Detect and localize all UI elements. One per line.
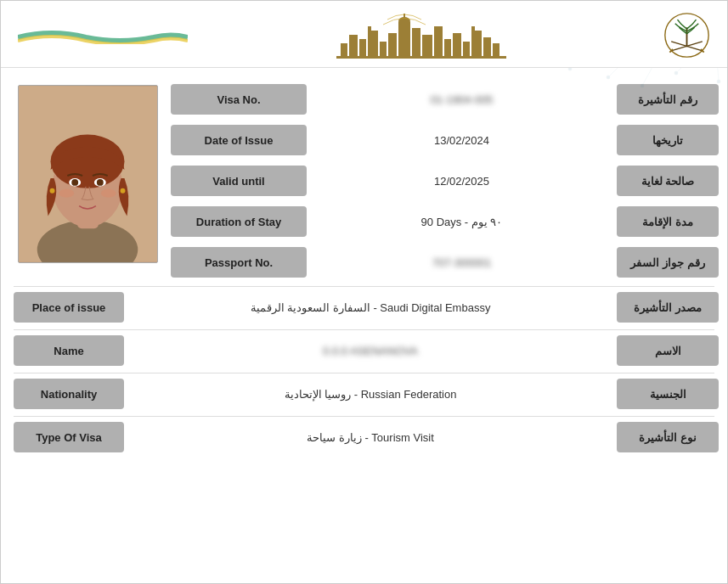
field-arabic-label: رقم التأشيرة bbox=[617, 84, 719, 115]
full-field-row: Nationalityروسيا الإتحادية - Russian Fed… bbox=[1, 375, 727, 413]
full-field-row: Place of issueالسفارة السعودية الرقمية -… bbox=[1, 289, 727, 326]
field-arabic-label: تاريخها bbox=[617, 125, 719, 155]
field-row: Valid until12/02/2025صالحة لغاية bbox=[171, 162, 719, 199]
svg-rect-30 bbox=[341, 43, 347, 56]
passport-photo bbox=[18, 85, 158, 263]
svg-rect-45 bbox=[463, 42, 470, 56]
field-value: 12/02/2025 bbox=[307, 171, 617, 191]
svg-rect-41 bbox=[422, 35, 432, 56]
field-label: Place of issue bbox=[14, 292, 124, 323]
svg-rect-42 bbox=[434, 26, 443, 56]
svg-rect-43 bbox=[444, 39, 451, 56]
field-label: Date of Issue bbox=[171, 125, 307, 155]
field-arabic-label: مدة الإقامة bbox=[617, 206, 719, 237]
svg-point-66 bbox=[97, 179, 104, 186]
field-arabic-label: الاسم bbox=[617, 335, 719, 366]
photo-column bbox=[1, 76, 171, 284]
svg-point-67 bbox=[59, 189, 74, 198]
svg-rect-37 bbox=[398, 22, 410, 56]
field-label: Passport No. bbox=[171, 247, 307, 278]
main-content: Visa No.01-1904-005رقم التأشيرةDate of I… bbox=[1, 68, 727, 284]
field-value: زيارة سياحة - Tourism Visit bbox=[124, 428, 617, 447]
field-arabic-label: صالحة لغاية bbox=[617, 166, 719, 196]
svg-rect-47 bbox=[471, 26, 475, 33]
field-row: Passport No.707-300001رقم جواز السفر bbox=[171, 244, 719, 281]
svg-rect-32 bbox=[359, 39, 366, 56]
svg-rect-31 bbox=[349, 35, 358, 56]
field-arabic-label: الجنسية bbox=[617, 379, 719, 409]
svg-point-69 bbox=[50, 188, 55, 194]
field-label: Type Of Visa bbox=[14, 422, 124, 452]
field-value: 90 Days - ٩٠ يوم bbox=[307, 212, 617, 232]
field-value: 01-1904-005 bbox=[307, 90, 617, 110]
field-value: السفارة السعودية الرقمية - Saudi Digital… bbox=[124, 298, 617, 317]
field-value: 0.0.0 ASENANOVA bbox=[124, 341, 617, 361]
svg-rect-36 bbox=[388, 33, 397, 56]
svg-rect-48 bbox=[483, 37, 491, 56]
evisa-logo-section bbox=[18, 25, 188, 44]
field-row: Duration of Stay90 Days - ٩٠ يوممدة الإق… bbox=[171, 203, 719, 240]
saudi-emblem bbox=[663, 12, 710, 59]
svg-rect-40 bbox=[412, 28, 420, 56]
svg-point-70 bbox=[121, 188, 126, 194]
svg-point-68 bbox=[101, 189, 116, 198]
svg-rect-50 bbox=[336, 56, 506, 59]
field-label: Duration of Stay bbox=[171, 206, 307, 237]
full-field-row: Name0.0.0 ASENANOVAالاسم bbox=[1, 332, 727, 369]
field-row: Visa No.01-1904-005رقم التأشيرة bbox=[171, 81, 719, 118]
field-row: Date of Issue13/02/2024تاريخها bbox=[171, 121, 719, 159]
skyline-section bbox=[336, 9, 506, 60]
field-arabic-label: رقم جواز السفر bbox=[617, 247, 719, 278]
svg-rect-44 bbox=[453, 33, 461, 56]
field-label: Valid until bbox=[171, 166, 307, 196]
field-arabic-label: مصدر التأشيرة bbox=[617, 292, 719, 323]
field-label: Nationality bbox=[14, 379, 124, 409]
field-value: روسيا الإتحادية - Russian Federation bbox=[124, 385, 617, 404]
ministry-section bbox=[655, 12, 710, 59]
full-field-row: Type Of Visaزيارة سياحة - Tourism Visitن… bbox=[1, 418, 727, 456]
document-header bbox=[1, 1, 727, 68]
field-label: Name bbox=[14, 335, 124, 366]
svg-point-65 bbox=[71, 179, 78, 186]
field-value: 707-300001 bbox=[307, 253, 617, 272]
svg-rect-46 bbox=[471, 31, 482, 56]
svg-rect-33 bbox=[368, 31, 378, 56]
svg-rect-34 bbox=[368, 26, 371, 33]
svg-rect-35 bbox=[380, 42, 387, 56]
field-arabic-label: نوع التأشيرة bbox=[617, 422, 719, 452]
field-value: 13/02/2024 bbox=[307, 131, 617, 150]
svg-rect-49 bbox=[493, 43, 499, 56]
fields-column: Visa No.01-1904-005رقم التأشيرةDate of I… bbox=[171, 76, 727, 284]
field-label: Visa No. bbox=[171, 84, 307, 115]
